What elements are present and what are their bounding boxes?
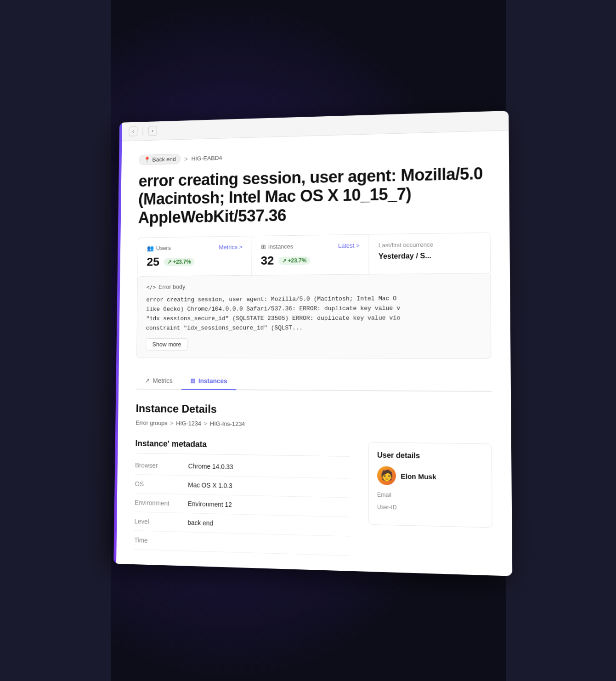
latest-link[interactable]: Latest >: [338, 242, 360, 250]
users-stat-header: 👥 Users Metrics >: [147, 244, 242, 251]
metadata-key-environment: Environment: [134, 499, 187, 508]
tab-metrics[interactable]: ↗ Metrics: [136, 373, 181, 390]
error-body-section: </> Error body error creating session, u…: [136, 273, 491, 359]
breadcrumb: 📍 Back end > HIG-EABD4: [139, 146, 490, 165]
tabs-row: ↗ Metrics ⊞ Instances: [136, 373, 492, 392]
user-details-card: User details 🧑 Elon Musk Email: [368, 442, 492, 528]
main-window: ‹ › 📍 Back end > HIG-EABD4 error creatin: [116, 111, 512, 576]
error-body-header: </> Error body: [146, 281, 480, 290]
error-body-label: Error body: [158, 284, 185, 290]
error-body-code: error creating session, user agent: Mozi…: [146, 294, 481, 333]
instance-details-section: Instance Details Error groups > HIG-1234…: [134, 402, 492, 560]
metadata-key-browser: Browser: [135, 461, 188, 470]
users-value-row: 25 ↗ +23.7%: [147, 254, 243, 269]
avatar-emoji: 🧑: [380, 470, 393, 482]
user-name: Elon Musk: [401, 472, 436, 481]
instances-tab-label: Instances: [198, 377, 227, 385]
instances-badge-arrow: ↗: [282, 257, 286, 264]
metadata-value-level: back end: [187, 519, 349, 530]
metadata-value-environment: Environment 12: [187, 500, 349, 511]
breadcrumb-id: HIG-EABD4: [191, 154, 222, 162]
metadata-right: User details 🧑 Elon Musk Email: [368, 442, 492, 560]
metadata-key-level: Level: [134, 517, 187, 526]
last-occurrence-card: Last/first occurrence Yesterday / S...: [369, 233, 490, 274]
users-icon: 👥: [147, 245, 153, 252]
users-count: 25: [147, 255, 159, 269]
user-userid-label: User-ID: [377, 504, 483, 513]
user-field-userid: User-ID: [377, 504, 483, 513]
instances-tab-icon: ⊞: [190, 377, 196, 385]
show-more-button[interactable]: Show more: [146, 338, 188, 351]
user-details-title: User details: [377, 451, 482, 461]
metadata-title: Instance' metadata: [135, 439, 350, 457]
instance-bc-arrow2: >: [203, 420, 207, 427]
instance-bc-arrow1: >: [170, 420, 173, 427]
toolbar-divider: [142, 127, 143, 136]
instances-icon: ⊞: [260, 243, 266, 250]
code-icon: </>: [146, 284, 156, 290]
user-field-email: Email: [377, 492, 483, 500]
instances-stat-label: ⊞ Instances: [260, 243, 293, 250]
users-stat-label: 👥 Users: [147, 244, 170, 251]
user-avatar: 🧑: [377, 466, 396, 485]
metrics-link[interactable]: Metrics >: [219, 244, 243, 250]
metadata-key-os: OS: [135, 480, 188, 488]
metadata-key-time: Time: [134, 536, 187, 545]
tab-instances[interactable]: ⊞ Instances: [181, 373, 236, 390]
metrics-tab-label: Metrics: [153, 377, 172, 385]
nav-back-button[interactable]: ‹: [129, 126, 137, 136]
breadcrumb-tag-label: Back end: [152, 156, 176, 163]
breadcrumb-tag[interactable]: 📍 Back end: [139, 154, 181, 165]
instance-bc-part2: HIG-1234: [176, 420, 201, 427]
instance-breadcrumb: Error groups > HIG-1234 > HIG-Ins-1234: [136, 420, 492, 431]
metrics-tab-icon: ↗: [145, 377, 150, 384]
instances-stat-header: ⊞ Instances Latest >: [260, 242, 359, 250]
last-occ-value: Yesterday / S...: [379, 251, 480, 261]
user-avatar-row: 🧑 Elon Musk: [377, 466, 483, 487]
instance-bc-part1: Error groups: [136, 420, 167, 427]
users-badge-arrow: ↗: [167, 259, 171, 265]
last-occ-label: Last/first occurrence: [379, 240, 480, 249]
page-content: 📍 Back end > HIG-EABD4 error creating se…: [116, 131, 512, 576]
breadcrumb-arrow: >: [184, 155, 187, 163]
metadata-value-time: [187, 538, 350, 542]
instance-bc-part3: HIG-Ins-1234: [209, 420, 245, 427]
pin-icon: 📍: [143, 156, 150, 163]
page-title: error creating session, user agent: Mozi…: [138, 164, 490, 227]
metadata-value-browser: Chrome 14.0.33: [188, 462, 349, 472]
metadata-layout: Instance' metadata Browser Chrome 14.0.3…: [134, 439, 492, 560]
nav-forward-button[interactable]: ›: [148, 126, 157, 136]
instance-details-title: Instance Details: [136, 402, 492, 419]
users-badge: ↗ +23.7%: [164, 257, 194, 266]
instances-count: 32: [260, 254, 274, 268]
instances-badge: ↗ +23.7%: [278, 256, 310, 265]
instances-stat-card: ⊞ Instances Latest > 32 ↗ +23.7%: [251, 235, 369, 275]
metadata-value-os: Mac OS X 1.0.3: [188, 481, 350, 492]
users-stat-card: 👥 Users Metrics > 25 ↗ +23.7%: [138, 236, 252, 276]
stats-row: 👥 Users Metrics > 25 ↗ +23.7%: [137, 233, 491, 277]
user-email-label: Email: [377, 492, 483, 500]
instances-value-row: 32 ↗ +23.7%: [260, 253, 359, 268]
metadata-left: Instance' metadata Browser Chrome 14.0.3…: [134, 439, 349, 556]
